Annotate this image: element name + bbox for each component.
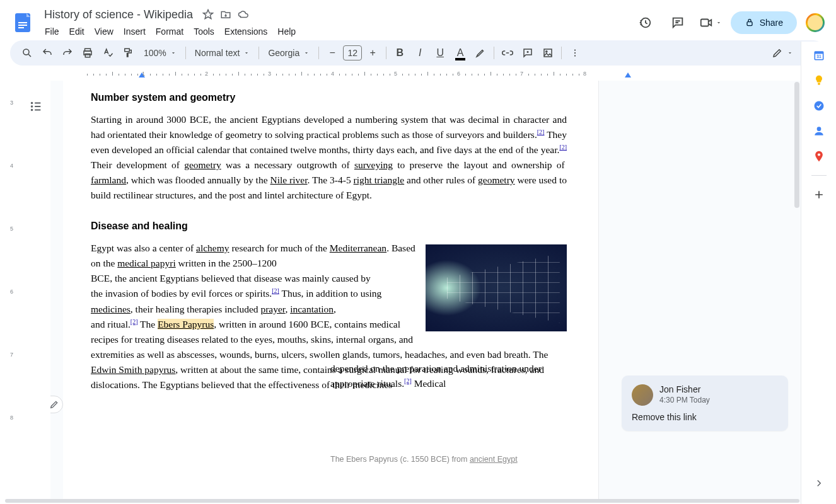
link-incantation[interactable]: incantation (290, 304, 334, 314)
outline-panel (23, 81, 50, 503)
highlight-icon[interactable] (471, 43, 490, 62)
svg-rect-6 (747, 22, 752, 26)
svg-rect-3 (18, 27, 24, 28)
add-comment-icon[interactable] (518, 43, 537, 62)
font-size-input[interactable]: 12 (343, 45, 362, 60)
side-panel: 31 (801, 42, 836, 504)
increase-font-icon[interactable]: + (363, 43, 382, 62)
collapse-sidepanel-icon[interactable] (813, 478, 825, 491)
link-medical-papyri[interactable]: medical papyri (117, 258, 176, 268)
link-ebers-papyrus[interactable]: Ebers Papyrus (158, 319, 214, 329)
zoom-select[interactable]: 100% (139, 43, 182, 62)
menu-extensions[interactable]: Extensions (220, 24, 272, 39)
document-page[interactable]: Number system and geometry Starting in a… (63, 81, 599, 503)
link-geometry[interactable]: geometry (184, 159, 221, 170)
cloud-status-icon[interactable] (237, 8, 250, 21)
menu-insert[interactable]: Insert (119, 24, 150, 39)
citation-link[interactable]: [2] (404, 377, 412, 384)
link-mediterranean[interactable]: Mediterranean (330, 243, 386, 253)
style-select[interactable]: Normal text (190, 43, 255, 62)
move-icon[interactable] (219, 8, 232, 21)
font-select[interactable]: Georgia (263, 43, 315, 62)
link-edwin-smith[interactable]: Edwin Smith papyrus (91, 364, 175, 375)
font-value: Georgia (268, 48, 299, 58)
menu-format[interactable]: Format (151, 24, 188, 39)
paint-format-icon[interactable] (119, 43, 137, 62)
link-surveying[interactable]: surveying (354, 159, 393, 170)
print-icon[interactable] (78, 43, 97, 62)
bold-icon[interactable]: B (390, 43, 409, 62)
menu-view[interactable]: View (90, 24, 118, 39)
svg-point-15 (574, 52, 576, 54)
italic-icon[interactable]: I (410, 43, 429, 62)
scrollbar[interactable] (794, 82, 799, 208)
svg-point-7 (23, 49, 29, 55)
page-area: Number system and geometry Starting in a… (50, 81, 836, 503)
zoom-value: 100% (144, 48, 166, 58)
header: History of science - Wikipedia File Edit… (0, 0, 836, 40)
link-nile[interactable]: Nile river (270, 175, 307, 185)
decrease-font-icon[interactable]: − (323, 43, 342, 62)
comment-time: 4:30 PM Today (659, 396, 710, 404)
search-icon[interactable] (18, 43, 37, 62)
link-right-triangle[interactable]: right triangle (354, 175, 405, 185)
contacts-icon[interactable] (813, 125, 825, 137)
svg-point-17 (32, 103, 33, 104)
docs-logo[interactable] (10, 10, 35, 35)
explore-button[interactable] (50, 396, 63, 413)
menu-file[interactable]: File (40, 24, 64, 39)
outline-icon[interactable] (29, 100, 44, 115)
workspace: 345678 Number system and geometry Starti… (0, 81, 836, 503)
link-prayer[interactable]: prayer (260, 304, 285, 314)
citation-link[interactable]: [2] (559, 144, 567, 151)
svg-rect-23 (818, 83, 820, 84)
svg-point-13 (546, 51, 547, 52)
image-caption: The Ebers Papyrus (c. 1550 BCE) from anc… (330, 455, 518, 464)
toolbar: 100% Normal text Georgia − 12 + B I U A (10, 40, 826, 66)
more-icon[interactable] (566, 43, 584, 62)
citation-link[interactable]: [2] (537, 129, 545, 135)
vertical-ruler[interactable]: 345678 (5, 81, 23, 503)
keep-icon[interactable] (813, 74, 825, 87)
indent-right-marker[interactable] (625, 72, 631, 77)
history-icon[interactable] (632, 10, 658, 35)
meet-icon[interactable] (698, 10, 723, 35)
calendar-icon[interactable]: 31 (813, 49, 825, 62)
menu-help[interactable]: Help (273, 24, 300, 39)
svg-point-24 (814, 101, 823, 111)
title-area: History of science - Wikipedia File Edit… (40, 7, 632, 39)
link-medicines[interactable]: medicines (91, 304, 131, 314)
comment-avatar (632, 384, 653, 406)
tasks-icon[interactable] (813, 100, 825, 112)
star-icon[interactable] (202, 8, 214, 21)
redo-icon[interactable] (58, 43, 77, 62)
comments-icon[interactable] (665, 10, 690, 35)
editing-mode-icon[interactable] (767, 43, 798, 62)
share-button[interactable]: Share (731, 11, 797, 34)
comment-card[interactable]: Jon Fisher 4:30 PM Today Remove this lin… (622, 375, 788, 431)
citation-link[interactable]: [2] (272, 287, 279, 294)
link-alchemy[interactable]: alchemy (196, 243, 229, 253)
svg-point-18 (32, 106, 33, 107)
add-icon[interactable] (813, 188, 825, 201)
link-icon[interactable] (498, 43, 517, 62)
text-color-icon[interactable]: A (451, 43, 470, 62)
spellcheck-icon[interactable] (98, 43, 117, 62)
menu-tools[interactable]: Tools (189, 24, 219, 39)
undo-icon[interactable] (38, 43, 57, 62)
underline-icon[interactable]: U (431, 43, 450, 62)
link-geometry[interactable]: geometry (478, 175, 515, 185)
svg-point-19 (32, 110, 33, 111)
horizontal-ruler[interactable]: 12345678 (50, 71, 836, 81)
account-avatar[interactable] (804, 12, 826, 33)
document-title[interactable]: History of science - Wikipedia (40, 7, 197, 23)
menu-edit[interactable]: Edit (65, 24, 89, 39)
maps-icon[interactable] (813, 150, 825, 163)
link-ancient-egypt[interactable]: ancient Egypt (470, 455, 518, 464)
link-farmland[interactable]: farmland (91, 175, 126, 185)
svg-rect-11 (125, 49, 130, 52)
insert-image-icon[interactable] (538, 43, 557, 62)
heading-disease: Disease and healing (91, 220, 567, 232)
citation-link[interactable]: [2] (131, 318, 138, 325)
horizontal-scrollbar[interactable] (5, 499, 799, 503)
